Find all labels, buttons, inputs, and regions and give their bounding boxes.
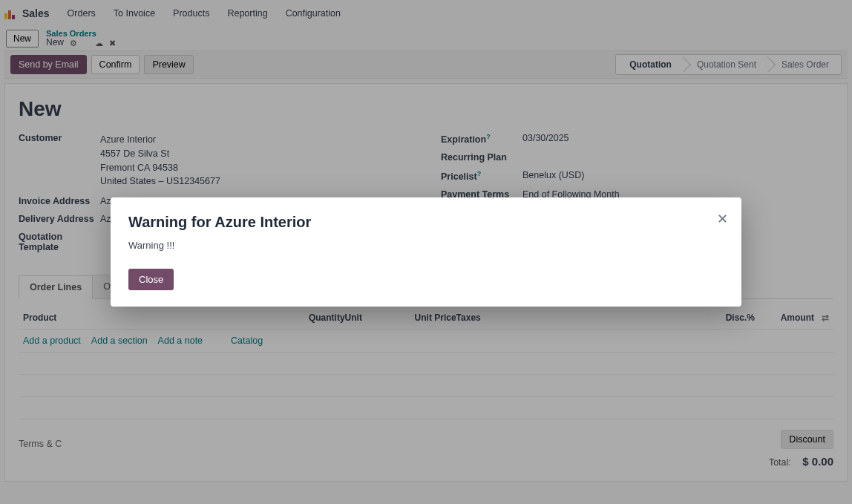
warning-dialog: ✕ Warning for Azure Interior Warning !!!… bbox=[111, 197, 741, 307]
modal-overlay[interactable]: ✕ Warning for Azure Interior Warning !!!… bbox=[0, 0, 852, 504]
close-icon[interactable]: ✕ bbox=[717, 211, 728, 227]
dialog-body: Warning !!! bbox=[128, 240, 724, 251]
dialog-title: Warning for Azure Interior bbox=[128, 214, 724, 231]
dialog-close-button[interactable]: Close bbox=[128, 269, 174, 290]
